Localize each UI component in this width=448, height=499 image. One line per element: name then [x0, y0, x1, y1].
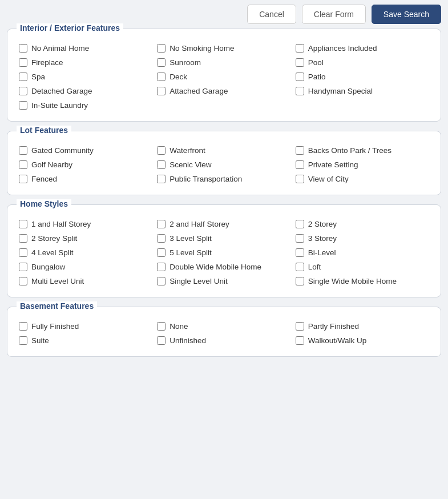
checkbox-label[interactable]: Scenic View [169, 160, 211, 169]
checkbox-label[interactable]: In-Suite Laundry [31, 101, 88, 110]
checkbox-spa[interactable] [19, 73, 27, 81]
checkbox-single-wide-mobile-home[interactable] [296, 277, 304, 285]
checkbox-pool[interactable] [296, 58, 304, 67]
checkbox-handyman-special[interactable] [296, 87, 304, 95]
checkbox-label[interactable]: Fenced [31, 175, 57, 183]
checkbox-1-and-half-storey[interactable] [19, 220, 27, 228]
checkbox-label[interactable]: Backs Onto Park / Trees [308, 146, 392, 155]
checkbox-label[interactable]: 3 Storey [308, 234, 337, 243]
checkbox-label[interactable]: Detached Garage [31, 87, 92, 95]
checkbox-label[interactable]: Appliances Included [308, 44, 377, 53]
checkbox-backs-onto-park--trees[interactable] [296, 146, 304, 155]
checkbox-label[interactable]: 2 and Half Storey [169, 220, 229, 228]
cancel-button[interactable]: Cancel [247, 5, 296, 24]
checkbox-multi-level-unit[interactable] [19, 277, 27, 285]
checkbox-gated-community[interactable] [19, 146, 27, 155]
save-search-button[interactable]: Save Search [372, 5, 441, 24]
checkbox-double-wide-mobile-home[interactable] [157, 263, 166, 271]
checkbox-suite[interactable] [19, 336, 27, 345]
checkbox-label[interactable]: 3 Level Split [169, 234, 212, 243]
checkbox-label[interactable]: Gated Community [31, 146, 94, 155]
list-item: 2 and Half Storey [157, 220, 290, 228]
checkbox-label[interactable]: No Smoking Home [169, 44, 234, 53]
checkbox-attached-garage[interactable] [157, 87, 166, 95]
checkbox-label[interactable]: Fully Finished [31, 322, 79, 331]
checkbox-label[interactable]: Patio [308, 73, 326, 81]
section-title-basement-features: Basement Features [17, 301, 97, 311]
checkbox-fireplace[interactable] [19, 58, 27, 67]
checkbox-3-level-split[interactable] [157, 234, 166, 243]
checkboxes-grid-home-styles: 1 and Half Storey2 and Half Storey2 Stor… [19, 220, 429, 285]
checkbox-4-level-split[interactable] [19, 248, 27, 257]
checkbox-5-level-split[interactable] [157, 248, 166, 257]
checkbox-partly-finished[interactable] [296, 322, 304, 331]
checkbox-golf-nearby[interactable] [19, 160, 27, 169]
checkbox-label[interactable]: No Animal Home [31, 44, 89, 53]
list-item: Double Wide Mobile Home [157, 263, 290, 271]
checkbox-patio[interactable] [296, 73, 304, 81]
checkbox-scenic-view[interactable] [157, 160, 166, 169]
checkbox-label[interactable]: Pool [308, 58, 324, 67]
checkbox-3-storey[interactable] [296, 234, 304, 243]
checkbox-label[interactable]: Golf Nearby [31, 160, 72, 169]
list-item: Detached Garage [19, 87, 152, 95]
checkbox-label[interactable]: Bi-Level [308, 248, 336, 257]
clear-form-button[interactable]: Clear Form [302, 5, 366, 24]
checkbox-loft[interactable] [296, 263, 304, 271]
checkbox-appliances-included[interactable] [296, 44, 304, 53]
checkbox-2-storey-split[interactable] [19, 234, 27, 243]
list-item: Spa [19, 73, 152, 81]
checkbox-unfinished[interactable] [157, 336, 166, 345]
checkbox-label[interactable]: Loft [308, 263, 321, 271]
checkbox-label[interactable]: View of City [308, 175, 349, 183]
checkbox-label[interactable]: Fireplace [31, 58, 63, 67]
checkbox-label[interactable]: Walkout/Walk Up [308, 336, 367, 345]
checkbox-fenced[interactable] [19, 175, 27, 183]
checkbox-label[interactable]: Spa [31, 73, 45, 81]
checkbox-label[interactable]: 5 Level Split [169, 248, 212, 257]
checkbox-label[interactable]: Partly Finished [308, 322, 359, 331]
checkbox-deck[interactable] [157, 73, 166, 81]
checkbox-waterfront[interactable] [157, 146, 166, 155]
checkbox-label[interactable]: Double Wide Mobile Home [169, 263, 261, 271]
checkbox-detached-garage[interactable] [19, 87, 27, 95]
checkbox-none[interactable] [157, 322, 166, 331]
checkbox-label[interactable]: Waterfront [169, 146, 205, 155]
list-item: Handyman Special [296, 87, 429, 95]
checkbox-label[interactable]: Unfinished [169, 336, 206, 345]
checkbox-2-and-half-storey[interactable] [157, 220, 166, 228]
checkbox-view-of-city[interactable] [296, 175, 304, 183]
checkbox-single-level-unit[interactable] [157, 277, 166, 285]
checkbox-no-animal-home[interactable] [19, 44, 27, 53]
list-item: 1 and Half Storey [19, 220, 152, 228]
checkbox-label[interactable]: 4 Level Split [31, 248, 74, 257]
checkbox-fully-finished[interactable] [19, 322, 27, 331]
checkbox-label[interactable]: Bungalow [31, 263, 65, 271]
checkbox-label[interactable]: Public Transportation [169, 175, 242, 183]
checkbox-bungalow[interactable] [19, 263, 27, 271]
checkbox-label[interactable]: Suite [31, 336, 49, 345]
checkbox-label[interactable]: Multi Level Unit [31, 277, 84, 285]
checkbox-public-transportation[interactable] [157, 175, 166, 183]
checkbox-in-suite-laundry[interactable] [19, 101, 27, 110]
checkbox-label[interactable]: Handyman Special [308, 87, 373, 95]
checkbox-label[interactable]: None [169, 322, 188, 331]
list-item: Fully Finished [19, 322, 152, 331]
checkbox-2-storey[interactable] [296, 220, 304, 228]
list-item: Single Wide Mobile Home [296, 277, 429, 285]
checkbox-walkoutwalk-up[interactable] [296, 336, 304, 345]
checkbox-label[interactable]: Private Setting [308, 160, 358, 169]
checkbox-private-setting[interactable] [296, 160, 304, 169]
checkbox-label[interactable]: Deck [169, 73, 187, 81]
checkbox-label[interactable]: Single Wide Mobile Home [308, 277, 397, 285]
checkbox-no-smoking-home[interactable] [157, 44, 166, 53]
checkbox-bi-level[interactable] [296, 248, 304, 257]
list-item: Loft [296, 263, 429, 271]
checkbox-label[interactable]: 2 Storey Split [31, 234, 77, 243]
checkbox-label[interactable]: Single Level Unit [169, 277, 227, 285]
checkbox-label[interactable]: 2 Storey [308, 220, 337, 228]
checkbox-sunroom[interactable] [157, 58, 166, 67]
checkbox-label[interactable]: Attached Garage [169, 87, 228, 95]
checkbox-label[interactable]: 1 and Half Storey [31, 220, 91, 228]
checkbox-label[interactable]: Sunroom [169, 58, 201, 67]
